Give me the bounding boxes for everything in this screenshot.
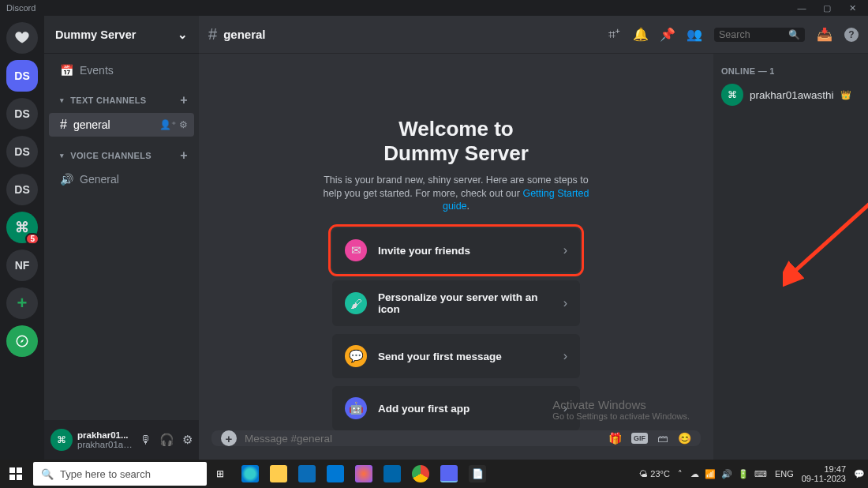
members-icon[interactable]: 👥: [687, 28, 702, 42]
hash-icon: #: [208, 25, 217, 43]
avatar: ⌘: [721, 84, 743, 106]
add-channel-button[interactable]: +: [180, 148, 188, 163]
mic-icon[interactable]: 🎙: [140, 433, 152, 447]
svg-rect-3: [17, 467, 22, 473]
events-row[interactable]: 📅 Events: [49, 59, 194, 81]
gear-icon[interactable]: ⚙: [182, 433, 193, 447]
pin-icon[interactable]: 📌: [660, 28, 675, 42]
invite-icon: ✉: [345, 239, 367, 261]
threads-icon[interactable]: ⌗⁺: [607, 28, 621, 42]
guild-item[interactable]: DS: [6, 136, 38, 167]
member-name: prakhar01awasthi: [750, 89, 834, 101]
show-hidden-icon[interactable]: ˄: [678, 469, 683, 479]
app-icon[interactable]: 📄: [469, 465, 486, 482]
member-item[interactable]: ⌘ prakhar01awasthi 👑: [721, 84, 860, 106]
window-controls: — ▢ ✕: [792, 3, 862, 13]
clock[interactable]: 19:47 09-11-2023: [802, 464, 846, 483]
invite-icon[interactable]: 👤⁺: [159, 119, 176, 130]
voice-channel-general[interactable]: 🔊 General: [49, 168, 194, 190]
weather-widget[interactable]: 🌤 23°C: [639, 469, 670, 479]
crown-icon: 👑: [840, 90, 851, 100]
notifications-icon[interactable]: 💬: [854, 469, 865, 479]
guild-item[interactable]: DS: [6, 98, 38, 130]
card-label: Invite your friends: [378, 245, 552, 257]
task-view-icon[interactable]: ⊞: [211, 465, 229, 482]
card-first-app[interactable]: 🤖 Add your first app ›: [332, 386, 580, 430]
firefox-icon[interactable]: [355, 465, 372, 482]
user-panel: ⌘ prakhar01... prakhar01aw... 🎙 🎧 ⚙: [44, 420, 199, 460]
emoji-icon[interactable]: 😊: [678, 432, 691, 445]
keyboard-icon[interactable]: ⌨: [754, 469, 767, 479]
hash-icon: #: [60, 118, 67, 132]
guild-dummy-server[interactable]: DS: [6, 60, 38, 92]
channel-title: general: [223, 28, 265, 41]
avatar[interactable]: ⌘: [51, 429, 73, 451]
card-invite-friends[interactable]: ✉ Invite your friends ›: [332, 228, 580, 272]
discord-icon[interactable]: [440, 465, 458, 482]
gif-button[interactable]: GIF: [631, 433, 648, 444]
notifications-icon[interactable]: 🔔: [634, 28, 648, 42]
headphones-icon[interactable]: 🎧: [159, 433, 174, 447]
speaker-icon: 🔊: [60, 173, 73, 186]
maximize-icon[interactable]: ▢: [817, 3, 836, 13]
search-icon: 🔍: [788, 29, 800, 40]
app-title: Discord: [6, 3, 36, 13]
category-text[interactable]: ▾ Text Channels +: [49, 82, 194, 112]
add-server-button[interactable]: +: [6, 287, 38, 319]
home-button[interactable]: [6, 22, 38, 54]
guild-item[interactable]: NF: [6, 250, 38, 281]
notification-badge: 5: [25, 233, 39, 245]
edge-icon[interactable]: [241, 465, 259, 482]
close-icon[interactable]: ✕: [843, 3, 862, 13]
channel-label: General: [80, 173, 119, 186]
card-label: Send your first message: [378, 351, 552, 362]
guild-item[interactable]: ⌘ 5: [6, 212, 38, 243]
search-input[interactable]: [719, 29, 788, 40]
channel-label: general: [73, 118, 110, 131]
card-personalize[interactable]: 🖌 Personalize your server with an icon ›: [332, 280, 580, 326]
time: 19:47: [802, 464, 846, 474]
onedrive-icon[interactable]: ☁: [690, 469, 699, 479]
sticker-icon[interactable]: 🗃: [657, 432, 668, 445]
card-first-message[interactable]: 💬 Send your first message ›: [332, 334, 580, 378]
svg-rect-2: [9, 467, 15, 473]
help-icon[interactable]: ?: [844, 28, 859, 42]
minimize-icon[interactable]: —: [792, 3, 811, 13]
category-voice[interactable]: ▾ Voice Channels +: [49, 137, 194, 167]
welcome-line2: Dummy Server: [383, 141, 529, 165]
message-icon: 💬: [345, 345, 367, 367]
channel-sidebar: Dummy Server ⌄ 📅 Events ▾ Text Channels …: [44, 16, 199, 460]
volume-icon[interactable]: 🔊: [721, 469, 732, 479]
attach-button[interactable]: +: [221, 430, 237, 446]
wifi-icon[interactable]: 📶: [705, 469, 716, 479]
gear-icon[interactable]: ⚙: [179, 119, 188, 130]
chrome-icon[interactable]: [412, 465, 429, 482]
search-box[interactable]: 🔍: [714, 28, 805, 42]
server-header[interactable]: Dummy Server ⌄: [44, 16, 199, 54]
store-icon[interactable]: [298, 465, 316, 482]
taskbar-search[interactable]: 🔍 Type here to search: [33, 462, 207, 486]
message-input[interactable]: [245, 433, 600, 445]
welcome-line1: Welcome to: [398, 117, 513, 141]
member-list: Online — 1 ⌘ prakhar01awasthi 👑: [713, 54, 868, 460]
welcome-desc: This is your brand new, shiny server. He…: [322, 174, 590, 212]
channel-general[interactable]: # general 👤⁺ ⚙: [49, 113, 194, 137]
gift-icon[interactable]: 🎁: [608, 432, 622, 445]
personalize-icon: 🖌: [345, 292, 367, 314]
explore-button[interactable]: [6, 325, 38, 357]
card-label: Add your first app: [378, 403, 552, 415]
add-channel-button[interactable]: +: [180, 93, 188, 107]
user-tag: prakhar01aw...: [77, 440, 135, 449]
app-icon: 🤖: [345, 397, 367, 419]
start-button[interactable]: [3, 463, 28, 485]
explorer-icon[interactable]: [270, 465, 287, 482]
server-name: Dummy Server: [55, 28, 136, 41]
guild-item[interactable]: DS: [6, 174, 38, 205]
card-label: Personalize your server with an icon: [378, 291, 552, 315]
vscode-icon[interactable]: [383, 465, 401, 482]
inbox-icon[interactable]: 📥: [817, 28, 832, 42]
chevron-right-icon: ›: [563, 296, 567, 310]
battery-icon[interactable]: 🔋: [738, 469, 749, 479]
language-indicator[interactable]: ENG: [775, 469, 794, 479]
mail-icon[interactable]: [327, 465, 344, 482]
